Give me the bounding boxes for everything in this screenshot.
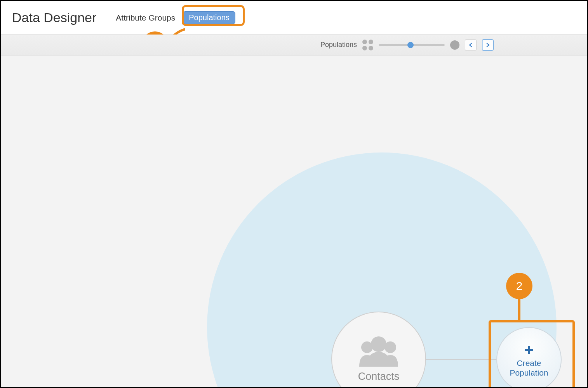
header-tabs: Attribute Groups Populations [112, 11, 235, 25]
node-connector [425, 359, 497, 360]
tab-attribute-groups[interactable]: Attribute Groups [112, 11, 179, 25]
app-header: Data Designer Attribute Groups Populatio… [1, 1, 587, 35]
zoom-level-indicator-icon [450, 40, 459, 50]
chevron-left-icon [469, 43, 473, 47]
nav-next-button[interactable] [482, 39, 494, 51]
tab-populations[interactable]: Populations [183, 11, 235, 24]
create-population-button[interactable]: + Create Population [496, 327, 562, 387]
zoom-slider-thumb[interactable] [407, 42, 414, 48]
svg-point-2 [371, 336, 386, 352]
nav-prev-button[interactable] [465, 39, 477, 51]
population-canvas[interactable]: Contacts + Create Population 2 [1, 55, 587, 387]
app-title: Data Designer [12, 10, 96, 25]
create-population-label: Create Population [510, 358, 548, 378]
app-viewport: Data Designer Attribute Groups Populatio… [0, 0, 588, 388]
people-group-icon [353, 336, 404, 367]
zoom-slider[interactable] [379, 42, 445, 48]
view-mode-grid-icon[interactable] [362, 40, 373, 50]
canvas-toolbar: Populations [1, 35, 587, 55]
toolbar-section-label: Populations [320, 41, 357, 49]
plus-icon: + [524, 342, 533, 357]
contacts-node-label: Contacts [358, 371, 400, 383]
chevron-right-icon [486, 43, 490, 47]
